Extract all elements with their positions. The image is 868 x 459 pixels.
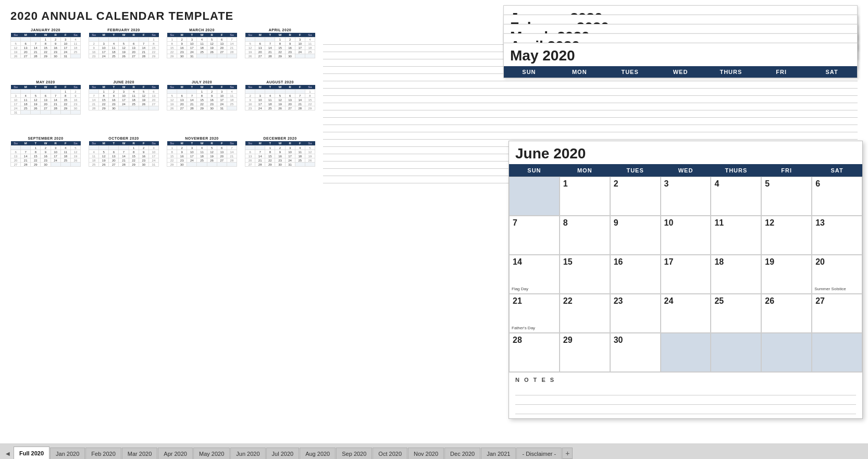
tab---disclaimer--[interactable]: - Disclaimer - [516, 448, 562, 459]
cal-cell: 15 [197, 98, 207, 102]
cal-cell: 12 [245, 46, 255, 50]
cal-cell: 29 [305, 106, 315, 110]
day-header: R [129, 85, 139, 90]
cal-cell [148, 106, 158, 110]
day-header: R [285, 85, 295, 90]
tab-oct-2020[interactable]: Oct 2020 [373, 448, 407, 459]
june-cell: 2 [610, 177, 661, 216]
cal-cell: 3 [285, 146, 295, 150]
cal-cell: 10 [99, 46, 109, 50]
cal-cell: 1 [41, 38, 51, 42]
tab-sep-2020[interactable]: Sep 2020 [336, 448, 372, 459]
tab-jul-2020[interactable]: Jul 2020 [266, 448, 300, 459]
cal-cell: 18 [21, 102, 31, 106]
cal-cell: 17 [187, 154, 197, 158]
day-header: Su [245, 33, 255, 38]
cal-cell: 22 [265, 158, 275, 163]
cal-cell [129, 38, 139, 42]
june-day-header: SAT [812, 164, 862, 177]
day-header: Sa [305, 33, 315, 38]
tab-dec-2020[interactable]: Dec 2020 [444, 448, 480, 459]
mini-cal-title: DECEMBER 2020 [245, 137, 315, 140]
tab-apr-2020[interactable]: Apr 2020 [158, 448, 193, 459]
cal-cell: 10 [217, 94, 227, 98]
cal-cell [217, 163, 227, 167]
tab-full-2020[interactable]: Full 2020 [14, 446, 49, 459]
cal-cell: 24 [11, 106, 21, 110]
cal-cell [99, 38, 109, 42]
cal-cell: 29 [265, 163, 275, 167]
cal-cell: 4 [60, 146, 70, 150]
cal-cell: 23 [139, 158, 148, 163]
mini-cal-title: FEBRUARY 2020 [89, 28, 159, 32]
day-header: M [21, 33, 31, 38]
cal-cell: 30 [275, 163, 285, 167]
cal-cell: 16 [70, 98, 80, 102]
tab-scroll-left[interactable]: ◀ [3, 448, 13, 459]
cal-cell: 27 [245, 163, 255, 167]
cal-cell: 27 [109, 163, 119, 167]
cal-cell: 4 [129, 90, 139, 94]
cal-cell: 11 [60, 150, 70, 154]
cal-cell: 15 [31, 154, 41, 158]
june-notes-label: N O T E S [515, 377, 856, 383]
cal-cell: 28 [255, 163, 265, 167]
stacked-day-header: SAT [807, 66, 857, 78]
cal-cell: 27 [285, 106, 295, 110]
cal-cell: 14 [21, 154, 31, 158]
cal-cell: 28 [139, 54, 148, 58]
tab-jun-2020[interactable]: Jun 2020 [230, 448, 265, 459]
cal-cell: 27 [255, 54, 265, 58]
cal-cell: 9 [51, 42, 60, 46]
day-header: F [295, 33, 305, 38]
mini-cal-title: JULY 2020 [167, 80, 237, 84]
cal-cell [275, 90, 285, 94]
mini-cal-title: MAY 2020 [10, 80, 81, 84]
cal-cell: 3 [99, 42, 109, 46]
june-cell: 19 [761, 255, 812, 294]
stacked-day-header: TUES [605, 66, 655, 78]
day-header: T [265, 85, 275, 90]
day-header: Su [11, 33, 21, 38]
cal-cell: 9 [207, 94, 217, 98]
cal-cell: 8 [148, 42, 158, 46]
june-day-header: TUES [610, 164, 661, 177]
cal-cell: 19 [245, 50, 255, 54]
cal-cell: 8 [60, 94, 70, 98]
cal-cell: 14 [119, 154, 129, 158]
cal-cell: 13 [148, 94, 158, 98]
cal-cell: 11 [305, 42, 315, 46]
note-line [323, 118, 858, 125]
cal-cell: 11 [295, 150, 305, 154]
tab-aug-2020[interactable]: Aug 2020 [300, 448, 336, 459]
cal-cell [21, 110, 31, 115]
cal-cell: 17 [285, 154, 295, 158]
mini-cal-title: JANUARY 2020 [10, 28, 81, 32]
tab-feb-2020[interactable]: Feb 2020 [85, 448, 121, 459]
tab-nov-2020[interactable]: Nov 2020 [408, 448, 444, 459]
stacked-header-row: SUNMONTUESWEDTHURSFRISAT [504, 66, 857, 78]
cal-cell: 20 [109, 158, 119, 163]
cal-cell: 25 [305, 50, 315, 54]
june-cell: 24 [661, 294, 711, 333]
tab-may-2020[interactable]: May 2020 [193, 448, 230, 459]
june-cell: 7 [509, 216, 560, 255]
cal-cell: 5 [139, 90, 148, 94]
cal-cell: 7 [265, 42, 275, 46]
add-tab-button[interactable]: + [562, 448, 573, 459]
cal-cell: 28 [295, 106, 305, 110]
cal-cell: 22 [167, 158, 177, 163]
tab-jan-2020[interactable]: Jan 2020 [50, 448, 85, 459]
cal-cell: 2 [245, 94, 255, 98]
tab-mar-2020[interactable]: Mar 2020 [122, 448, 157, 459]
cal-cell: 27 [21, 54, 31, 58]
day-header: Sa [305, 85, 315, 90]
cal-cell: 23 [41, 158, 51, 163]
tab-jan-2021[interactable]: Jan 2021 [481, 448, 516, 459]
cal-cell: 6 [41, 94, 51, 98]
june-day-number: 1 [563, 179, 568, 188]
cal-cell: 22 [31, 158, 41, 163]
cal-cell: 19 [119, 50, 129, 54]
cal-cell: 5 [245, 42, 255, 46]
cal-cell: 10 [60, 42, 70, 46]
